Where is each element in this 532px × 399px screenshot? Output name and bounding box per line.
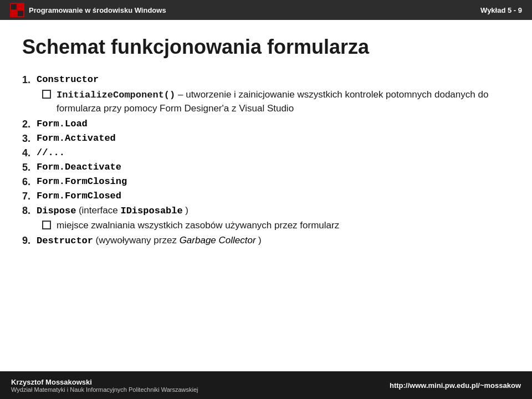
item-2-num: 2. [22, 119, 37, 130]
footer: Krzysztof Mossakowski Wydział Matematyki… [0, 371, 532, 399]
item-3-num: 3. [22, 133, 37, 145]
item-5-label: Form.Deactivate [37, 162, 121, 172]
item-5-num: 5. [22, 162, 37, 173]
checkbox-icon-2 [42, 221, 51, 229]
item-8-suffix1: (interface [79, 205, 121, 216]
item-1-code: InitializeComponent() [57, 90, 175, 100]
footer-dept: Wydział Matematyki i Nauk Informacyjnych… [11, 386, 198, 393]
item-8-label: Dispose [37, 206, 76, 216]
item-1-subtext: InitializeComponent() – utworzenie i zai… [57, 88, 510, 115]
item-1-dash: – [178, 89, 186, 100]
item-9-italic: Garbage Collector [180, 235, 256, 245]
item-6-label: Form.FormClosing [37, 176, 127, 187]
item-4-num: 4. [22, 147, 37, 159]
item-3-label: Form.Activated [37, 133, 116, 144]
item-2-label: Form.Load [37, 119, 88, 129]
main-content: Schemat funkcjonowania formularza 1. Con… [0, 20, 532, 260]
item-2: 2. Form.Load [22, 119, 510, 130]
item-9: 9. Destructor (wywoływany przez Garbage … [22, 235, 510, 247]
item-1-num: 1. [22, 74, 37, 86]
header-title: Programowanie w środowisku Windows [29, 6, 166, 14]
item-1-subitem: InitializeComponent() – utworzenie i zai… [42, 88, 510, 115]
footer-name: Krzysztof Mossakowski [11, 378, 198, 386]
item-7: 7. Form.FormClosed [22, 191, 510, 202]
item-8-num: 8. [22, 205, 37, 217]
item-9-prefix: (wywoływany przez [95, 235, 179, 245]
item-4-label: //... [37, 147, 65, 158]
footer-url: http://www.mini.pw.edu.pl/~mossakow [390, 381, 521, 390]
item-8-idisposable: IDisposable [120, 206, 182, 216]
checkbox-icon-1 [42, 90, 51, 99]
item-8-subitem: miejsce zwalniania wszystkich zasobów uż… [42, 219, 510, 232]
item-7-label: Form.FormClosed [37, 191, 121, 201]
item-8-content: Dispose (interface IDisposable ) [37, 205, 188, 216]
item-5: 5. Form.Deactivate [22, 162, 510, 173]
item-8-suffix2: ) [185, 205, 188, 216]
logo-icon [10, 3, 24, 17]
page-title: Schemat funkcjonowania formularza [22, 35, 510, 59]
lecture-label: Wykład 5 - 9 [480, 6, 522, 14]
item-3: 3. Form.Activated [22, 133, 510, 145]
header-bar: Programowanie w środowisku Windows Wykła… [0, 0, 532, 20]
footer-left: Krzysztof Mossakowski Wydział Matematyki… [11, 378, 198, 393]
item-9-content: Destructor (wywoływany przez Garbage Col… [37, 235, 262, 246]
item-1: 1. Constructor InitializeComponent() – u… [22, 74, 510, 115]
item-9-suffix: ) [258, 235, 262, 245]
item-4: 4. //... [22, 147, 510, 159]
item-6: 6. Form.FormClosing [22, 176, 510, 188]
header-left: Programowanie w środowisku Windows [10, 3, 166, 17]
item-1-label: Constructor [37, 74, 99, 85]
item-8-subtext: miejsce zwalniania wszystkich zasobów uż… [57, 219, 339, 232]
item-9-num: 9. [22, 235, 37, 247]
item-8: 8. Dispose (interface IDisposable ) miej… [22, 205, 510, 232]
item-6-num: 6. [22, 176, 37, 188]
item-7-num: 7. [22, 191, 37, 202]
item-9-label: Destructor [37, 236, 93, 246]
